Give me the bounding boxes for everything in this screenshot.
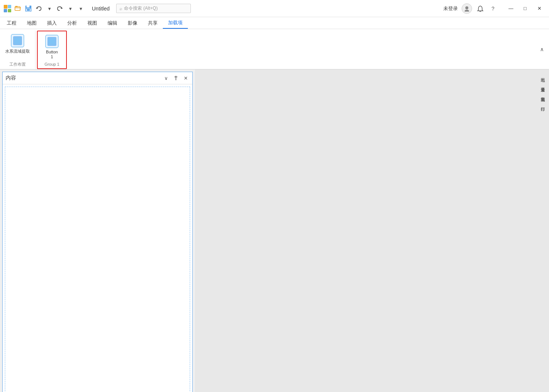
panel-close-btn[interactable]: ✕	[182, 74, 189, 82]
user-avatar[interactable]	[462, 3, 472, 14]
search-placeholder: 命令搜索 (Alt+Q)	[124, 5, 158, 12]
map-area[interactable]: 地图 要素通道 实地测量 打印	[195, 69, 549, 392]
sidebar-group-map: 地图	[540, 73, 546, 76]
search-icon: ⌕	[120, 6, 122, 11]
sidebar-group-print: 打印	[540, 102, 546, 105]
redo-dropdown-icon[interactable]: ▾	[66, 4, 75, 13]
app-icon	[3, 4, 12, 13]
panel-title: 内容	[6, 75, 162, 81]
more-icon[interactable]: ▾	[76, 4, 85, 13]
login-text: 未登录	[443, 5, 458, 12]
sidebar-group-channel: 要素通道	[540, 83, 546, 86]
ribbon-group-workspace-label: 工作布置	[3, 60, 32, 69]
undo-dropdown-icon[interactable]: ▾	[45, 4, 54, 13]
svg-rect-18	[49, 38, 55, 44]
sidebar-group-survey: 实地测量	[540, 93, 546, 96]
window-controls: — □ ✕	[504, 2, 546, 15]
sidebar-icon-channel[interactable]: 要素通道	[540, 83, 546, 86]
command-search-box[interactable]: ⌕ 命令搜索 (Alt+Q)	[116, 4, 191, 13]
right-sidebar: 地图 要素通道 实地测量 打印	[537, 69, 549, 392]
button1-icon	[45, 34, 59, 49]
menu-item-map[interactable]: 地图	[22, 17, 42, 29]
redo-icon[interactable]	[55, 4, 64, 13]
svg-rect-1	[8, 5, 11, 8]
sidebar-icon-print[interactable]: 打印	[540, 102, 546, 105]
main-area: 内容 ∨ ✕ 地图 要素通道	[0, 69, 549, 392]
menu-bar: 工程 地图 插入 分析 视图 编辑 影像 共享 加载项	[0, 17, 549, 29]
ribbon-group-button1: Button1 Group 1	[37, 31, 67, 69]
ribbon-group-button1-grouplabel: Group 1	[40, 61, 64, 68]
menu-item-edit[interactable]: 编辑	[102, 17, 122, 29]
panel-pin-btn[interactable]	[172, 74, 180, 82]
notification-icon[interactable]	[476, 4, 485, 13]
panel-header: 内容 ∨ ✕	[3, 72, 192, 84]
ribbon-btn-watershed[interactable]: 水系流域提取	[3, 32, 32, 55]
menu-item-addins[interactable]: 加载项	[163, 17, 188, 29]
ribbon-btn-button1[interactable]: Button1	[42, 33, 62, 61]
svg-rect-7	[27, 6, 30, 7]
minimize-button[interactable]: —	[504, 2, 518, 15]
close-button[interactable]: ✕	[533, 2, 546, 15]
ribbon-btn-button1-label: Button1	[46, 50, 58, 59]
svg-rect-15	[15, 38, 21, 44]
open-icon[interactable]	[13, 4, 22, 13]
document-title: Untitled	[92, 6, 109, 12]
ribbon-group-workspace-items: 水系流域提取	[3, 32, 32, 60]
menu-item-view[interactable]: 视图	[82, 17, 102, 29]
menu-item-share[interactable]: 共享	[143, 17, 163, 29]
maximize-button[interactable]: □	[518, 2, 532, 15]
title-bar: ▾ ▾ ▾ Untitled ⌕ 命令搜索 (Alt+Q) 未登录	[0, 0, 549, 17]
menu-item-imagery[interactable]: 影像	[122, 17, 143, 29]
save-icon[interactable]	[24, 4, 33, 13]
svg-rect-5	[15, 6, 18, 7]
watershed-icon	[10, 34, 25, 48]
panel-collapse-btn[interactable]: ∨	[162, 74, 170, 82]
svg-rect-2	[4, 9, 7, 12]
ribbon-group-workspace: 水系流域提取 工作布置	[0, 31, 35, 69]
quick-access-toolbar: ▾ ▾ ▾	[3, 4, 85, 13]
ribbon-collapse-button[interactable]: ∧	[538, 45, 546, 53]
menu-item-project[interactable]: 工程	[1, 17, 22, 29]
menu-item-insert[interactable]: 插入	[42, 17, 62, 29]
sidebar-icon-map[interactable]: 地图	[540, 73, 546, 76]
svg-point-12	[465, 6, 468, 9]
help-icon[interactable]: ?	[488, 4, 497, 13]
menu-item-analysis[interactable]: 分析	[62, 17, 82, 29]
panel-controls: ∨ ✕	[162, 74, 189, 82]
undo-icon[interactable]	[34, 4, 43, 13]
contents-panel: 内容 ∨ ✕	[2, 72, 193, 392]
ribbon: 水系流域提取 工作布置 Button1 Group 1 ∧	[0, 29, 549, 69]
panel-content-area	[5, 87, 190, 392]
ribbon-btn-watershed-label: 水系流域提取	[5, 49, 30, 54]
sidebar-icon-survey[interactable]: 实地测量	[540, 93, 546, 96]
login-area: 未登录 ?	[443, 3, 497, 14]
ribbon-group-button1-items: Button1	[42, 33, 62, 61]
svg-rect-4	[15, 7, 20, 10]
svg-rect-3	[8, 9, 11, 12]
svg-rect-9	[27, 9, 30, 11]
svg-rect-0	[4, 5, 7, 9]
